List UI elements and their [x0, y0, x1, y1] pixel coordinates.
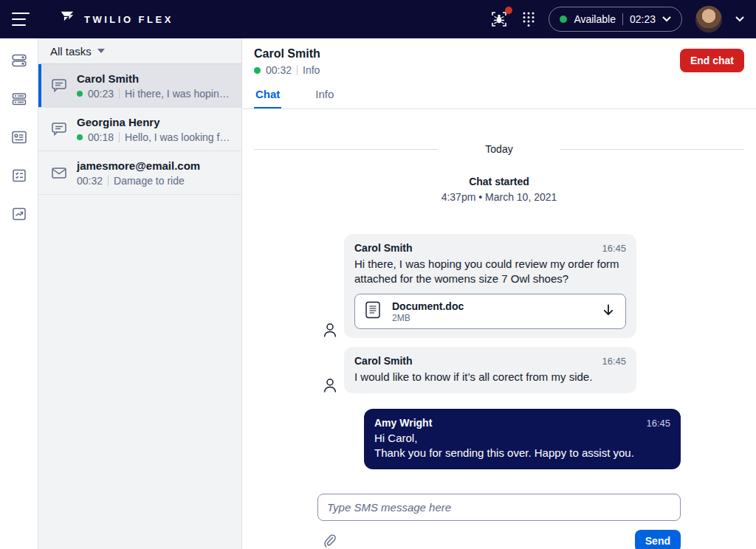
- message-text: I would like to know if it’s all corect …: [354, 370, 626, 384]
- task-preview: Hello, I was looking for...: [125, 131, 233, 143]
- task-row-georgina-henry[interactable]: Georgina Henry 00:18 Hello, I was lookin…: [38, 107, 241, 151]
- task-time: 00:18: [88, 131, 114, 143]
- attachment-filename: Document.doc: [392, 300, 593, 312]
- brand-text: TWILIO FLEX: [84, 14, 173, 25]
- composer: Send: [317, 494, 681, 549]
- message-author: Amy Wright: [374, 417, 432, 429]
- chat-tabs: Chat Info: [242, 80, 756, 109]
- presence-status-dot: [560, 15, 567, 23]
- document-icon: [362, 300, 383, 323]
- presence-timer: 02:23: [630, 13, 656, 25]
- session-title: Chat started: [254, 176, 744, 187]
- message-text: Thank you for sending this over. Happy t…: [374, 446, 670, 460]
- person-outline-icon: [323, 322, 337, 337]
- message-author: Carol Smith: [354, 355, 413, 367]
- user-avatar[interactable]: [695, 6, 722, 32]
- message-row: Amy Wright 16:45 Hi Carol, Thank you for…: [323, 409, 681, 469]
- end-chat-button[interactable]: End chat: [680, 49, 744, 72]
- chat-body: Today Chat started 4:37pm • March 10, 20…: [242, 109, 756, 549]
- flex-app: TWILIO FLEX: [0, 0, 756, 549]
- paperclip-icon[interactable]: [323, 534, 337, 548]
- alert-badge: [505, 7, 512, 14]
- task-row-jamesmore-email[interactable]: jamesmore@email.com 00:32 Damage to ride: [38, 151, 241, 195]
- message-time: 16:45: [646, 418, 670, 429]
- tab-chat[interactable]: Chat: [254, 80, 281, 108]
- chat-header: Carol Smith 00:32 Info End chat: [242, 38, 756, 80]
- message-time: 16:45: [602, 243, 626, 254]
- presence-selector[interactable]: Available 02:23: [549, 7, 682, 32]
- user-menu-chevron-icon[interactable]: [735, 16, 744, 22]
- topbar: TWILIO FLEX: [0, 0, 756, 38]
- agent-message-bubble: Amy Wright 16:45 Hi Carol, Thank you for…: [364, 409, 681, 469]
- customer-name: Carol Smith: [254, 47, 680, 61]
- download-icon[interactable]: [602, 303, 615, 320]
- message-author: Carol Smith: [354, 242, 413, 254]
- nav-agent-desktop-icon[interactable]: [10, 52, 28, 69]
- chat-bubble-icon: [50, 121, 68, 137]
- date-divider-label: Today: [485, 143, 512, 155]
- attachment-card[interactable]: Document.doc 2MB: [354, 294, 626, 329]
- send-button[interactable]: Send: [635, 530, 681, 549]
- nav-insights-icon[interactable]: [10, 205, 28, 223]
- online-dot: [77, 134, 83, 140]
- nav-tasks-icon[interactable]: [10, 90, 28, 108]
- tab-info[interactable]: Info: [314, 80, 335, 108]
- message-time: 16:45: [602, 356, 626, 367]
- nav-teams-icon[interactable]: [10, 128, 28, 146]
- apps-grid-icon[interactable]: [522, 11, 535, 27]
- message-text: Hi Carol,: [374, 431, 670, 446]
- online-dot: [77, 91, 83, 97]
- task-preview: Damage to ride: [114, 175, 185, 187]
- debug-icon[interactable]: [489, 10, 509, 29]
- nav-queues-icon[interactable]: [10, 167, 28, 184]
- chat-info-hint: Info: [303, 64, 320, 76]
- task-filter-label: All tasks: [50, 45, 92, 58]
- message-row: Carol Smith 16:45 I would like to know i…: [323, 347, 681, 393]
- message-row: Carol Smith 16:45 Hi there, I was hoping…: [323, 234, 681, 338]
- session-info: Chat started 4:37pm • March 10, 2021: [254, 176, 744, 203]
- customer-message-bubble: Carol Smith 16:45 Hi there, I was hoping…: [344, 234, 636, 338]
- task-name: Carol Smith: [77, 72, 139, 85]
- person-outline-icon: [323, 377, 337, 393]
- chat-bubble-icon: [50, 77, 68, 94]
- task-row-carol-smith[interactable]: Carol Smith 00:23 Hi there, I was hoping…: [38, 63, 241, 107]
- attachment-size: 2MB: [392, 313, 593, 323]
- chevron-down-icon: [97, 49, 105, 53]
- date-divider: Today: [254, 143, 744, 155]
- flex-logo-icon: [59, 10, 75, 29]
- task-filter[interactable]: All tasks: [38, 38, 241, 63]
- task-preview: Hi there, I was hoping...: [125, 88, 233, 100]
- chevron-down-icon: [662, 16, 671, 22]
- task-name: jamesmore@email.com: [77, 159, 200, 172]
- online-dot: [254, 67, 261, 74]
- session-timestamp: 4:37pm • March 10, 2021: [254, 191, 744, 203]
- task-name: Georgina Henry: [77, 116, 160, 128]
- nav-rail: [0, 38, 38, 549]
- menu-icon[interactable]: [12, 13, 30, 26]
- task-time: 00:23: [88, 88, 114, 100]
- chat-timer: 00:32: [266, 64, 292, 76]
- envelope-icon: [50, 165, 68, 180]
- chat-panel: Carol Smith 00:32 Info End chat Chat Inf…: [242, 38, 756, 549]
- presence-label: Available: [574, 13, 616, 25]
- brand[interactable]: TWILIO FLEX: [59, 10, 173, 29]
- customer-message-bubble: Carol Smith 16:45 I would like to know i…: [344, 347, 636, 393]
- task-time: 00:32: [77, 175, 103, 187]
- message-input[interactable]: [317, 494, 681, 521]
- message-list: Carol Smith 16:45 Hi there, I was hoping…: [254, 234, 744, 469]
- task-list-panel: All tasks Carol Smith 00:23 Hi there, I …: [38, 38, 242, 549]
- message-text: Hi there, I was hoping you could review …: [354, 257, 626, 286]
